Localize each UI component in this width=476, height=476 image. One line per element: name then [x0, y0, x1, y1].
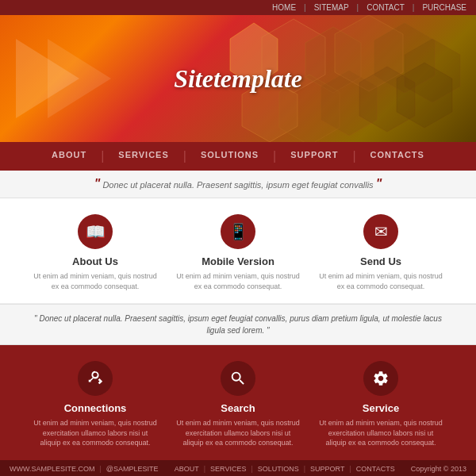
feature-about-us-text: Ut enim ad minim veniam, quis nostrud ex… [32, 271, 159, 291]
footer: WWW.SAMPLESITE.COM | @SAMPLESITE ABOUT |… [0, 460, 476, 476]
connections-icon [78, 361, 113, 396]
feature-about-us-title: About Us [32, 255, 159, 267]
hero-title: Sitetemplate [174, 64, 302, 94]
main-nav: ABOUT | SERVICES | SOLUTIONS | SUPPORT |… [0, 142, 476, 171]
search-icon [221, 361, 255, 396]
nav-support[interactable]: SUPPORT [276, 150, 352, 163]
service-search-title: Search [175, 402, 301, 414]
feature-send-text: Ut enim ad minim veniam, quis nostrud ex… [317, 271, 444, 291]
send-us-icon: ✉ [363, 214, 398, 249]
footer-left: WWW.SAMPLESITE.COM | @SAMPLESITE [10, 465, 159, 473]
nav-about[interactable]: ABOUT [37, 150, 101, 163]
top-nav-sitemap[interactable]: SITEMAP [314, 3, 349, 12]
quote1-text: Donec ut placerat nulla. Praesent sagitt… [102, 180, 373, 190]
quote-bar-2: " Donec ut placerat nulla. Praesent sagi… [0, 304, 476, 345]
nav-contacts[interactable]: CONTACTS [356, 150, 439, 163]
mobile-version-icon: 📱 [221, 214, 255, 249]
nav-services[interactable]: SERVICES [104, 150, 182, 163]
service-service-text: Ut enim ad minim veniam, quis nostrud ex… [317, 418, 444, 448]
footer-nav-services[interactable]: SERVICES [210, 465, 246, 473]
footer-nav-support[interactable]: SUPPORT [310, 465, 344, 473]
service-gear-icon [363, 361, 398, 396]
top-nav-home[interactable]: HOME [272, 3, 296, 12]
footer-site: WWW.SAMPLESITE.COM [10, 465, 95, 473]
hero-section: Sitetemplate [0, 15, 476, 142]
service-connections-title: Connections [32, 402, 159, 414]
feature-mobile-title: Mobile Version [175, 255, 301, 267]
footer-nav-about[interactable]: ABOUT [175, 465, 199, 473]
service-service-title: Service [317, 402, 444, 414]
top-nav-purchase[interactable]: PURCHASE [422, 3, 466, 12]
top-nav-contact[interactable]: CONTACT [367, 3, 405, 12]
service-search: Search Ut enim ad minim veniam, quis nos… [167, 361, 309, 448]
feature-send-us: ✉ Send Us Ut enim ad minim veniam, quis … [309, 214, 452, 291]
features-section: 📖 About Us Ut enim ad minim veniam, quis… [0, 198, 476, 304]
service-connections: Connections Ut enim ad minim veniam, qui… [24, 361, 167, 448]
footer-nav-contacts[interactable]: CONTACTS [356, 465, 395, 473]
feature-mobile-version: 📱 Mobile Version Ut enim ad minim veniam… [167, 214, 309, 291]
feature-mobile-text: Ut enim ad minim veniam, quis nostrud ex… [175, 271, 301, 291]
quote2-text: Donec ut placerat nulla. Praesent sagitt… [39, 314, 441, 335]
services-section: Connections Ut enim ad minim veniam, qui… [0, 345, 476, 460]
footer-nav-solutions[interactable]: SOLUTIONS [258, 465, 299, 473]
quote-bar-1: " Donec ut placerat nulla. Praesent sagi… [0, 171, 476, 198]
footer-social: @SAMPLESITE [106, 465, 159, 473]
service-connections-text: Ut enim ad minim veniam, quis nostrud ex… [32, 418, 159, 448]
about-us-icon: 📖 [78, 214, 113, 249]
footer-nav: ABOUT | SERVICES | SOLUTIONS | SUPPORT |… [175, 465, 395, 473]
footer-copyright: Copyright © 2013 [411, 465, 466, 473]
nav-solutions[interactable]: SOLUTIONS [186, 150, 273, 163]
top-bar: HOME | SITEMAP | CONTACT | PURCHASE [0, 0, 476, 15]
feature-send-title: Send Us [317, 255, 444, 267]
service-service: Service Ut enim ad minim veniam, quis no… [309, 361, 452, 448]
service-search-text: Ut enim ad minim veniam, quis nostrud ex… [175, 418, 301, 448]
feature-about-us: 📖 About Us Ut enim ad minim veniam, quis… [24, 214, 167, 291]
